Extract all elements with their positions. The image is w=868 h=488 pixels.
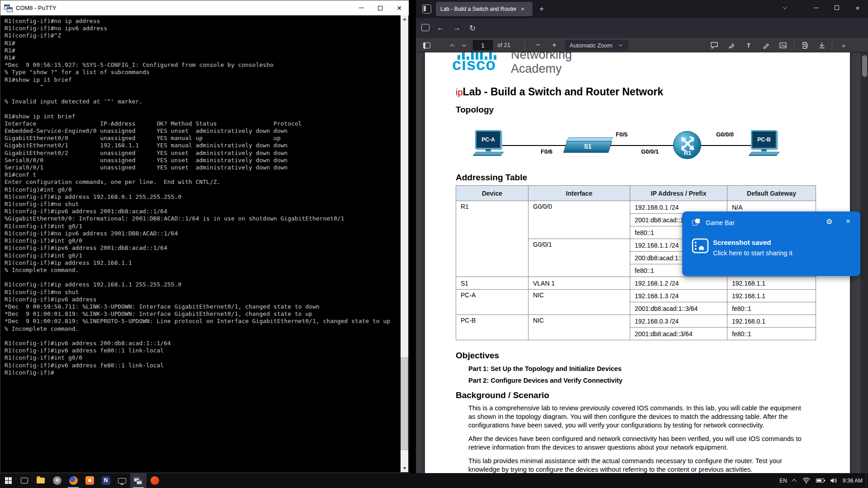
page-number-input[interactable]: 1 <box>473 40 493 50</box>
topology-cable <box>493 145 773 146</box>
device-pc-b: PC-B <box>747 130 781 156</box>
putty-titlebar[interactable]: COM8 - PuTTY ✕ <box>0 0 409 15</box>
putty-app-icon <box>4 4 13 13</box>
title-prefix: ip <box>456 87 463 97</box>
objective-part1: Part 1: Set Up the Topology and Initiali… <box>468 365 622 372</box>
cisco-logo-text: cisco <box>452 55 496 74</box>
device-r1: R1 <box>673 131 701 159</box>
col-ip: IP Address / Prefix <box>630 186 727 201</box>
draw-icon[interactable] <box>760 38 771 52</box>
window-close-button[interactable]: × <box>847 0 868 15</box>
gamebar-logo-icon <box>692 219 700 227</box>
next-page-icon[interactable] <box>459 38 468 52</box>
battery-icon[interactable] <box>816 479 824 483</box>
tab-title: Lab - Build a Switch and Router Net <box>440 6 518 12</box>
brand-networking: Networking <box>511 52 572 62</box>
putty-maximize-button[interactable] <box>371 0 390 15</box>
reload-icon[interactable]: ↻ <box>469 23 476 33</box>
table-row: PC-B NIC 192.168.0.3 /24 192.168.0.1 <box>456 315 816 328</box>
notification-subtitle[interactable]: Click here to start sharing it <box>713 249 793 257</box>
putty-scrollbar-thumb[interactable] <box>401 357 408 450</box>
comment-icon[interactable] <box>709 38 720 52</box>
wifi-icon[interactable] <box>802 478 810 483</box>
brand-academy: Academy <box>511 62 562 76</box>
back-icon[interactable]: ← <box>437 23 444 33</box>
objective-part2: Part 2: Configure Devices and Verify Con… <box>468 377 623 384</box>
forward-icon[interactable]: → <box>453 23 461 33</box>
taskbar: N EN 9:36 AM <box>0 473 868 488</box>
putty-minimize-button[interactable] <box>352 0 371 15</box>
zoom-select[interactable]: Automatic Zoom <box>565 40 628 51</box>
show-desktop-button[interactable] <box>866 473 868 488</box>
pdf-scrollbar-thumb[interactable] <box>862 55 867 77</box>
heading-addressing-table: Addressing Table <box>456 173 527 183</box>
download-icon[interactable] <box>816 38 827 52</box>
device-s1: S1 <box>565 137 610 153</box>
table-header-row: Device Interface IP Address / Prefix Def… <box>456 186 816 201</box>
start-button[interactable] <box>0 473 16 488</box>
paragraph: After the devices have been configured a… <box>468 435 804 452</box>
background-paragraphs: This is a comprehensive lab to review pr… <box>468 404 804 473</box>
port-label-f05: F0/5 <box>616 131 627 138</box>
screenshot-icon <box>691 237 709 255</box>
scroll-down-arrow-icon[interactable] <box>401 465 408 472</box>
zoom-in-icon[interactable]: + <box>549 38 560 52</box>
sidebar-toggle-icon[interactable] <box>421 24 429 31</box>
window-minimize-button[interactable] <box>806 0 826 15</box>
window-maximize-button[interactable] <box>826 0 847 15</box>
taskbar-navy-app-icon[interactable]: N <box>98 473 114 488</box>
taskbar-file-explorer[interactable] <box>33 473 49 488</box>
taskbar-brave-icon[interactable] <box>146 473 163 488</box>
scroll-up-arrow-icon[interactable] <box>401 15 408 23</box>
hidden-icons-chevron[interactable] <box>792 479 797 483</box>
pdf-scrollbar[interactable] <box>861 52 868 473</box>
taskbar-firefox-icon[interactable] <box>65 473 81 488</box>
highlighter-icon[interactable] <box>726 38 737 52</box>
col-interface: Interface <box>528 186 630 201</box>
terminal[interactable]: R1(config-if)#no ip address R1(config-if… <box>1 15 401 472</box>
text-tool-icon[interactable]: T <box>743 38 754 52</box>
putty-window: COM8 - PuTTY ✕ R1(config-if)#no ip addre… <box>0 0 409 473</box>
notification-title[interactable]: Screenshot saved <box>713 239 771 246</box>
heading-background: Background / Scenario <box>456 390 549 400</box>
firefox-view-icon[interactable] <box>422 5 431 14</box>
table-row: PC-A NIC 192.168.1.3 /24 192.168.1.1 <box>456 290 816 302</box>
taskbar-orange-app-icon[interactable] <box>81 473 98 488</box>
port-label-g001: G0/0/1 <box>641 148 659 155</box>
topology-diagram: PC-A S1 <box>452 118 832 178</box>
device-pc-a: PC-A <box>471 130 505 156</box>
tab-close-icon[interactable]: × <box>518 5 527 13</box>
language-indicator[interactable]: EN <box>779 478 787 484</box>
putty-close-button[interactable]: ✕ <box>390 0 409 15</box>
navigation-bar: ← → ↻ file:///C:/Users/f8un/Desktop/UITM… <box>416 18 868 38</box>
toolbar-more-icon[interactable]: » <box>837 38 850 52</box>
task-view-button[interactable] <box>16 473 33 488</box>
volume-icon[interactable] <box>830 478 837 483</box>
gamebar-close-icon[interactable]: × <box>846 217 850 226</box>
gamebar-settings-icon[interactable]: ⚙ <box>826 217 832 226</box>
putty-window-title: COM8 - PuTTY <box>16 5 57 11</box>
zoom-out-icon[interactable]: − <box>533 38 543 52</box>
taskbar-remote-desktop-icon[interactable] <box>114 473 130 488</box>
previous-page-icon[interactable] <box>448 38 457 52</box>
print-icon[interactable] <box>799 38 810 52</box>
image-tool-icon[interactable] <box>778 38 788 52</box>
col-gateway: Default Gateway <box>727 186 816 201</box>
list-all-tabs-icon[interactable] <box>783 6 788 10</box>
port-label-g000: G0/0/0 <box>716 131 734 138</box>
pdf-sidebar-toggle-icon[interactable] <box>420 38 433 52</box>
tab-lab-pdf[interactable]: Lab - Build a Switch and Router Net × <box>436 2 533 16</box>
terminal-output: R1(config-if)#no ip address R1(config-if… <box>5 18 401 376</box>
gamebar-notification[interactable]: Game Bar ⚙ × Screenshot saved Click here… <box>682 211 860 276</box>
zoom-select-value: Automatic Zoom <box>570 42 613 49</box>
new-tab-button[interactable]: + <box>536 4 547 14</box>
putty-scrollbar[interactable] <box>401 15 408 472</box>
taskbar-steam-icon[interactable] <box>49 473 65 488</box>
page-count-label: of 21 <box>497 38 510 52</box>
table-row: S1 VLAN 1 192.168.1.2 /24 192.168.1.1 <box>456 277 816 290</box>
taskbar-putty-icon[interactable] <box>130 473 146 488</box>
clock[interactable]: 9:36 AM <box>843 478 863 484</box>
document-title: ipLab - Build a Switch and Router Networ… <box>456 86 663 98</box>
tab-bar: Lab - Build a Switch and Router Net × + … <box>416 0 868 18</box>
col-device: Device <box>456 186 528 201</box>
